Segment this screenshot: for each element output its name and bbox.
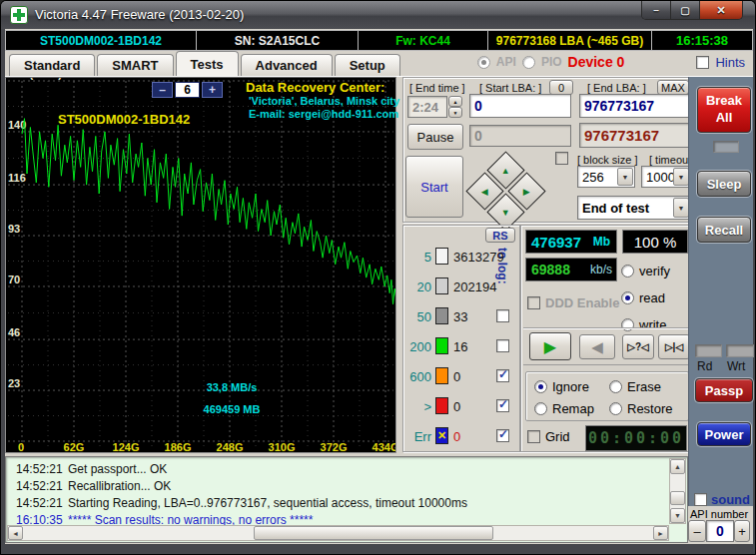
graph-zoom-in-button[interactable]: +	[202, 82, 223, 98]
ddd-checkbox[interactable]	[527, 296, 540, 309]
start-lba-zero-button[interactable]: 0	[549, 80, 573, 95]
grid-checkbox[interactable]	[527, 430, 540, 443]
block-size-select[interactable]: 256▼	[577, 166, 635, 188]
scroll-up-button[interactable]: ▲	[670, 459, 685, 474]
speed-trace	[22, 119, 395, 304]
drive-info-cell: Fw: KC44	[359, 30, 488, 51]
log-hscrollbar[interactable]: ◄ ►	[7, 525, 669, 541]
clock-display: 16:15:38	[652, 30, 753, 51]
api-number-minus-button[interactable]: –	[688, 520, 706, 542]
mode-option-read[interactable]: read	[621, 286, 665, 308]
scroll-left-button[interactable]: ◄	[8, 526, 23, 540]
counter-value: 33	[453, 309, 467, 324]
counter-swatch: ✕	[435, 427, 448, 444]
tab-advanced[interactable]: Advanced	[241, 54, 333, 76]
break-all-button[interactable]: Break All	[697, 87, 751, 133]
mode-radio-verify[interactable]	[621, 265, 634, 278]
graph-header-email: E-mail: sergei@hdd-911.com	[249, 108, 398, 120]
action-radio-restore[interactable]	[609, 402, 622, 415]
tab-standard[interactable]: Standard	[9, 54, 95, 76]
percent-value: 100 %	[634, 234, 677, 251]
start-button[interactable]: Start	[405, 156, 463, 218]
recall-button[interactable]: Recall	[697, 217, 751, 243]
pause-button[interactable]: Pause	[407, 124, 463, 150]
graph-zoom-out-button[interactable]: –	[152, 82, 173, 98]
ddd-label: DDD Enable	[545, 295, 619, 310]
counter-log-checkbox[interactable]: ✓	[496, 369, 509, 382]
dropdown-arrow-icon[interactable]: ▼	[673, 168, 689, 186]
end-time-field[interactable]: 2:24	[407, 96, 447, 118]
passport-button[interactable]: Passp	[695, 378, 753, 402]
pio-radio[interactable]	[522, 56, 535, 69]
minimize-button[interactable]: –	[642, 1, 671, 19]
action-radio-ignore[interactable]	[534, 380, 547, 393]
maximize-icon: ▢	[680, 5, 689, 16]
api-number-label: API number	[690, 508, 748, 520]
seek-dpad: ▲ ◀ ▶ ▼	[471, 156, 541, 226]
counter-log-checkbox[interactable]	[496, 339, 509, 352]
svg-text:124G: 124G	[113, 441, 140, 452]
start-lba-secondary-field: 0	[469, 125, 571, 147]
power-button[interactable]: Power	[697, 422, 751, 446]
spin-down-icon[interactable]: ▼	[448, 107, 462, 118]
counter-log-checkbox[interactable]	[496, 309, 509, 322]
end-lba-max-button[interactable]: MAX	[657, 80, 689, 95]
sound-checkbox[interactable]	[694, 493, 707, 506]
tab-setup[interactable]: Setup	[335, 54, 400, 76]
play-forward-button[interactable]: ▶	[529, 332, 571, 360]
log-text: Get passport... OK	[68, 462, 167, 476]
maximize-button[interactable]: ▢	[671, 1, 700, 19]
svg-text:469459 MB: 469459 MB	[204, 403, 261, 415]
scroll-right-button[interactable]: ►	[653, 526, 668, 540]
end-action-select[interactable]: End of test▼	[577, 196, 691, 220]
hscroll-thumb[interactable]	[254, 526, 493, 540]
minimize-icon: –	[653, 5, 659, 16]
play-backward-button[interactable]: ◀	[579, 334, 615, 359]
action-radio-remap[interactable]	[534, 402, 547, 415]
dropdown-arrow-icon[interactable]: ▼	[617, 168, 633, 186]
dpad-right-icon: ▶	[523, 186, 530, 196]
tab-smart[interactable]: SMART	[97, 54, 173, 76]
counter-swatch	[435, 278, 448, 294]
activity-indicator	[713, 141, 739, 153]
hints-checkbox[interactable]	[696, 56, 709, 69]
mode-option-verify[interactable]: verify	[621, 260, 670, 281]
action-option-ignore[interactable]: Ignore	[534, 379, 589, 394]
end-lba-input[interactable]: 976773167	[579, 94, 689, 118]
api-radio[interactable]	[477, 56, 490, 69]
scan-question-button[interactable]: ▷?◁	[622, 334, 654, 359]
title-bar[interactable]: Victoria 4.47 Freeware (2013-02-20) – ▢ …	[1, 1, 755, 29]
dropdown-arrow-icon[interactable]: ▼	[673, 198, 689, 218]
sleep-button[interactable]: Sleep	[697, 171, 751, 197]
vscroll-thumb[interactable]	[670, 491, 685, 505]
start-lba-input[interactable]: 0	[469, 94, 571, 118]
log-panel: 14:52:21Get passport... OK14:52:21Recall…	[5, 456, 688, 543]
dpad-checkbox[interactable]	[555, 152, 568, 165]
dpad-left-icon: ◀	[481, 186, 488, 196]
reset-stats-button[interactable]: RS	[485, 228, 515, 243]
action-option-restore[interactable]: Restore	[609, 401, 673, 416]
mode-radio-read[interactable]	[621, 291, 634, 304]
scroll-down-button[interactable]: ▼	[670, 508, 685, 523]
spin-up-icon[interactable]: ▲	[448, 96, 462, 107]
mode-radio-label: read	[639, 290, 665, 305]
end-time-spinner[interactable]: ▲ ▼	[448, 96, 462, 118]
tab-tests[interactable]: Tests	[176, 51, 239, 76]
action-option-erase[interactable]: Erase	[609, 379, 661, 394]
counter-log-checkbox[interactable]: ✓	[496, 399, 509, 412]
window-title: Victoria 4.47 Freeware (2013-02-20)	[35, 7, 244, 22]
svg-text:434G: 434G	[373, 441, 395, 452]
api-number-plus-button[interactable]: +	[734, 520, 750, 542]
close-button[interactable]: ✕	[700, 1, 742, 19]
action-radio-erase[interactable]	[609, 380, 622, 393]
dpad-up-icon: ▲	[501, 165, 510, 175]
scan-question-icon: ▷?◁	[627, 341, 649, 352]
log-vscrollbar[interactable]: ▲ ▼	[669, 458, 686, 524]
counter-log-checkbox[interactable]: ✓	[496, 429, 509, 442]
action-option-remap[interactable]: Remap	[534, 401, 594, 416]
counter-label: Err	[405, 429, 431, 444]
scan-end-button[interactable]: ▷|◁	[658, 334, 690, 359]
grid-label: Grid	[545, 429, 570, 444]
counter-value: 16	[453, 339, 467, 354]
timeout-select[interactable]: 10000▼	[641, 166, 691, 188]
